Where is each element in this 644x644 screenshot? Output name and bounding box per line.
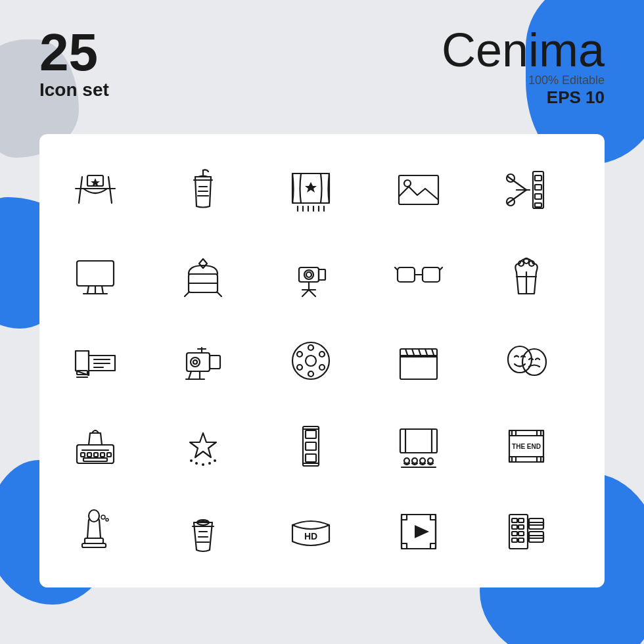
film-camera-icon [275, 239, 347, 311]
svg-rect-159 [529, 532, 543, 542]
svg-point-134 [106, 518, 108, 521]
eps-label: EPS 10 [442, 87, 605, 108]
icon-set-label: Icon set [39, 79, 109, 101]
svg-point-114 [412, 458, 417, 463]
film-roll-icon [490, 495, 563, 568]
svg-line-47 [309, 290, 315, 296]
film-strip-icon [275, 410, 347, 482]
svg-rect-21 [535, 175, 541, 181]
svg-text:HD: HD [304, 531, 317, 541]
svg-rect-43 [319, 269, 325, 280]
svg-line-38 [218, 292, 221, 296]
svg-rect-105 [306, 430, 316, 438]
icon-grid: THE END [39, 134, 605, 587]
svg-point-100 [195, 462, 198, 465]
svg-point-102 [208, 462, 211, 465]
svg-point-74 [306, 356, 316, 366]
popcorn-icon [490, 239, 563, 311]
svg-point-19 [404, 180, 411, 187]
svg-line-31 [87, 286, 89, 294]
svg-rect-120 [509, 457, 543, 462]
svg-rect-150 [512, 518, 517, 522]
svg-rect-65 [210, 356, 220, 369]
video-camera-icon [167, 325, 239, 397]
svg-rect-97 [83, 458, 107, 461]
svg-rect-23 [535, 194, 541, 199]
header-left: 25 Icon set [39, 26, 109, 101]
oscar-award-icon [59, 495, 131, 568]
directors-chair-icon [59, 154, 131, 226]
svg-text:THE END: THE END [512, 443, 541, 450]
svg-rect-22 [535, 185, 541, 190]
svg-rect-154 [512, 532, 517, 536]
svg-line-51 [395, 267, 398, 270]
svg-line-32 [102, 286, 103, 294]
svg-point-116 [428, 458, 433, 463]
the-end-icon: THE END [490, 410, 563, 482]
svg-line-25 [508, 177, 526, 190]
svg-rect-160 [529, 522, 543, 525]
drama-masks-icon [490, 325, 563, 397]
svg-rect-157 [518, 538, 524, 542]
svg-rect-153 [518, 525, 524, 529]
svg-point-130 [89, 510, 99, 522]
svg-rect-30 [77, 261, 114, 286]
cinema-screen-icon [382, 410, 455, 482]
soda-cup-icon [167, 154, 239, 226]
svg-point-75 [308, 345, 313, 350]
hd-box-icon: HD [275, 495, 347, 568]
svg-rect-106 [306, 442, 316, 450]
svg-rect-24 [535, 203, 541, 207]
svg-point-80 [297, 352, 302, 357]
star-icon [167, 410, 239, 482]
monitor-icon [59, 239, 131, 311]
svg-rect-92 [81, 453, 85, 457]
svg-marker-148 [415, 525, 429, 538]
svg-rect-49 [423, 267, 440, 282]
3d-glasses-icon [382, 239, 455, 311]
header: 25 Icon set Cenima 100% Editable EPS 10 [39, 26, 605, 108]
page-title: Cenima [442, 26, 605, 74]
coffee-cup-icon [167, 495, 239, 568]
header-right: Cenima 100% Editable EPS 10 [442, 26, 605, 108]
svg-marker-98 [190, 433, 216, 457]
svg-point-113 [404, 458, 409, 463]
svg-rect-81 [400, 356, 437, 379]
svg-point-103 [214, 459, 216, 462]
svg-line-46 [302, 290, 309, 296]
svg-line-70 [189, 371, 191, 379]
clapperboard-icon [382, 325, 455, 397]
svg-rect-90 [77, 445, 114, 463]
svg-rect-161 [529, 536, 543, 538]
svg-line-26 [508, 190, 526, 203]
photo-landscape-icon [382, 154, 455, 226]
svg-point-77 [319, 365, 325, 370]
svg-point-89 [522, 349, 546, 375]
background: 25 Icon set Cenima 100% Editable EPS 10 [0, 0, 644, 644]
svg-rect-48 [398, 267, 415, 282]
icon-count: 25 [39, 26, 109, 79]
typewriter-icon [59, 410, 131, 482]
svg-rect-93 [87, 453, 91, 457]
svg-point-101 [202, 463, 204, 466]
svg-rect-107 [306, 454, 316, 462]
svg-line-1 [108, 177, 112, 203]
svg-rect-132 [82, 543, 106, 547]
svg-point-66 [191, 357, 200, 367]
svg-point-76 [319, 352, 325, 357]
svg-point-42 [306, 272, 311, 277]
film-reel-icon [275, 325, 347, 397]
svg-line-37 [185, 292, 189, 296]
svg-rect-119 [509, 430, 543, 436]
play-film-icon [382, 495, 455, 568]
svg-rect-95 [101, 453, 104, 457]
svg-rect-96 [107, 453, 111, 457]
svg-point-73 [292, 342, 329, 379]
cinema-stage-icon [275, 154, 347, 226]
svg-rect-158 [529, 518, 543, 529]
ticket-icon [59, 325, 131, 397]
svg-point-99 [190, 459, 193, 462]
svg-rect-151 [518, 518, 524, 522]
svg-point-133 [101, 515, 105, 519]
svg-rect-94 [94, 453, 98, 457]
